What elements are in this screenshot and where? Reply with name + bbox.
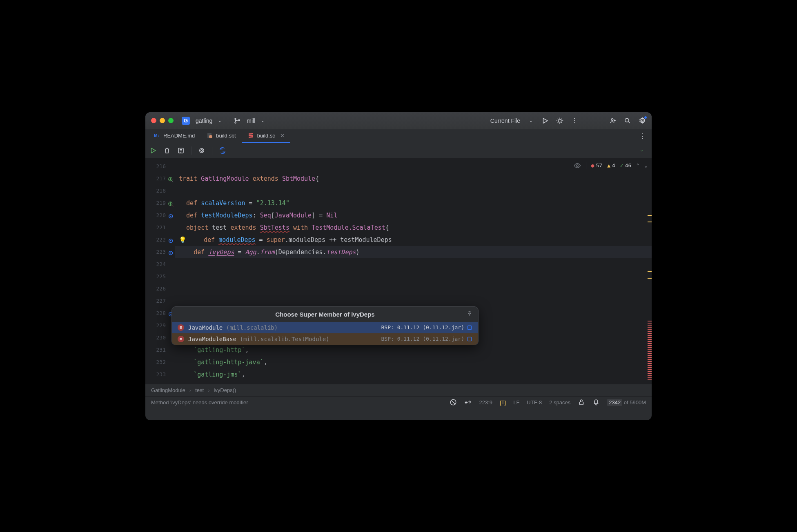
analysis-ok-icon[interactable] — [640, 147, 648, 154]
chevron-up-icon[interactable]: ⌃ — [636, 162, 639, 168]
run-config-selector[interactable]: Current File — [490, 117, 520, 124]
stripe-mark[interactable] — [648, 329, 652, 330]
minimize-window-button[interactable] — [160, 118, 165, 123]
branch-name[interactable]: mill — [247, 117, 255, 124]
stripe-mark[interactable] — [648, 347, 652, 348]
gutter-mark-icon[interactable] — [167, 175, 174, 182]
chevron-down-icon[interactable]: ⌄ — [529, 118, 532, 123]
breadcrumb-item[interactable]: test — [195, 387, 204, 393]
code-line[interactable]: trait GatlingModule extends SbtModule{ — [175, 173, 652, 185]
gutter-mark-icon[interactable] — [167, 200, 174, 206]
close-tab-icon[interactable]: ✕ — [280, 133, 285, 139]
memory-indicator[interactable]: 2342 of 5900M — [607, 399, 646, 406]
debug-icon[interactable] — [556, 117, 563, 124]
chevron-down-icon[interactable]: ⌄ — [218, 118, 221, 123]
stripe-mark[interactable] — [648, 339, 652, 340]
stripe-mark[interactable] — [648, 331, 652, 332]
stripe-mark[interactable] — [648, 341, 652, 342]
line-separator[interactable]: LF — [513, 399, 519, 406]
structure-icon[interactable] — [177, 147, 185, 154]
tab-build-sbt[interactable]: build.sbt — [200, 129, 241, 143]
project-name[interactable]: gatling — [196, 117, 212, 124]
code-line[interactable] — [175, 283, 652, 295]
pin-icon[interactable] — [467, 311, 472, 318]
code-with-me-icon[interactable] — [609, 117, 617, 124]
editor[interactable]: 2162172182192202212222232242252262272282… — [145, 159, 652, 384]
reader-mode-icon[interactable] — [574, 162, 581, 169]
vcs-branch-icon[interactable] — [234, 117, 241, 124]
stripe-mark[interactable] — [648, 321, 652, 321]
code-line[interactable] — [175, 185, 652, 197]
notifications-icon[interactable] — [592, 399, 600, 406]
popup-item[interactable]: m JavaModule (mill.scalalib) BSP: 0.11.1… — [172, 322, 478, 333]
stripe-mark[interactable] — [648, 369, 652, 370]
tab-readme[interactable]: M↓ README.md — [148, 129, 200, 143]
stripe-mark[interactable] — [648, 345, 652, 346]
no-ai-icon[interactable] — [450, 399, 457, 406]
close-window-button[interactable] — [151, 118, 156, 123]
stripe-mark[interactable] — [648, 367, 652, 368]
stripe-mark[interactable] — [648, 215, 652, 216]
popup-item[interactable]: m JavaModuleBase (mill.scalalib.TestModu… — [172, 333, 478, 345]
stripe-mark[interactable] — [648, 371, 652, 372]
tab-indicator[interactable]: [T] — [500, 399, 506, 406]
stripe-mark[interactable] — [648, 373, 652, 374]
stripe-mark[interactable] — [648, 377, 652, 378]
stripe-mark[interactable] — [648, 359, 652, 360]
stripe-mark[interactable] — [648, 335, 652, 336]
intention-bulb-icon[interactable]: 💡 — [179, 236, 187, 244]
code-line[interactable]: `gatling-http`, — [175, 344, 652, 356]
code-line[interactable]: `gatling-http-java`, — [175, 356, 652, 368]
code-line[interactable] — [175, 295, 652, 307]
caret-position[interactable]: 223:9 — [479, 399, 492, 406]
stripe-mark[interactable] — [648, 323, 652, 324]
code-line[interactable]: 💡 def moduleDeps = super.moduleDeps ++ t… — [175, 234, 652, 246]
stripe-mark[interactable] — [648, 357, 652, 358]
stripe-mark[interactable] — [648, 353, 652, 354]
indent[interactable]: 2 spaces — [549, 399, 570, 406]
stripe-mark[interactable] — [648, 363, 652, 364]
breadcrumb[interactable]: GatlingModule › test › ivyDeps() — [145, 384, 652, 396]
stripe-mark[interactable] — [648, 333, 652, 334]
maximize-window-button[interactable] — [168, 118, 174, 123]
stripe-mark[interactable] — [648, 361, 652, 362]
run-icon[interactable] — [541, 117, 549, 124]
stripe-mark[interactable] — [648, 379, 652, 380]
stripe-mark[interactable] — [648, 278, 652, 279]
delete-icon[interactable] — [163, 147, 171, 154]
breadcrumb-item[interactable]: ivyDeps() — [214, 387, 236, 393]
breadcrumb-item[interactable]: GatlingModule — [151, 387, 185, 393]
code-line[interactable]: `gatling-jms`, — [175, 368, 652, 381]
search-icon[interactable] — [624, 117, 631, 124]
git-sync-icon[interactable] — [464, 399, 472, 406]
stripe-mark[interactable] — [648, 351, 652, 352]
code-line[interactable]: object test extends SbtTests with TestMo… — [175, 222, 652, 234]
sync-icon[interactable] — [219, 147, 226, 154]
run-file-icon[interactable] — [149, 147, 157, 154]
tab-build-sc[interactable]: build.sc ✕ — [242, 129, 290, 143]
inspection-widget[interactable]: ●57 ▲4 ✓46 ⌃ ⌄ — [574, 162, 648, 169]
more-icon[interactable]: ⋮ — [571, 117, 578, 124]
build-settings-icon[interactable] — [198, 147, 205, 154]
stripe-mark[interactable] — [648, 355, 652, 356]
code-line[interactable]: def ivyDeps = Agg.from(Dependencies.test… — [175, 246, 652, 258]
code-line[interactable] — [175, 258, 652, 270]
stripe-mark[interactable] — [648, 365, 652, 366]
tabs-overflow-icon[interactable]: ⋮ — [634, 129, 652, 143]
stripe-mark[interactable] — [648, 271, 652, 272]
stripe-mark[interactable] — [648, 349, 652, 350]
code-line[interactable] — [175, 270, 652, 283]
stripe-mark[interactable] — [648, 222, 652, 222]
code-line[interactable]: def testModuleDeps: Seq[JavaModule] = Ni… — [175, 209, 652, 222]
gutter-mark-icon[interactable] — [167, 248, 174, 255]
gutter-mark-icon[interactable] — [167, 236, 174, 243]
stripe-mark[interactable] — [648, 337, 652, 338]
stripe-mark[interactable] — [648, 327, 652, 328]
code-line[interactable]: def scalaVersion = "2.13.14" — [175, 197, 652, 209]
chevron-down-icon[interactable]: ⌄ — [261, 118, 264, 123]
code-area[interactable]: ●57 ▲4 ✓46 ⌃ ⌄ trait GatlingModule exten… — [175, 159, 652, 384]
settings-icon[interactable] — [639, 117, 646, 124]
stripe-mark[interactable] — [648, 375, 652, 376]
stripe-mark[interactable] — [648, 325, 652, 326]
encoding[interactable]: UTF-8 — [527, 399, 542, 406]
